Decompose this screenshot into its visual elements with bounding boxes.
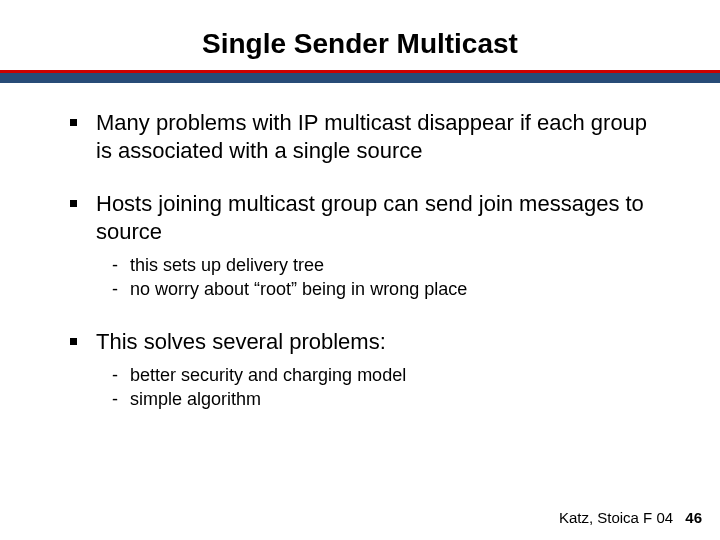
bullet-text: This solves several problems: <box>96 329 386 354</box>
bullet-item: Hosts joining multicast group can send j… <box>60 190 660 302</box>
sub-bullet-list: this sets up delivery tree no worry abou… <box>112 253 660 302</box>
title-bar <box>0 73 720 83</box>
sub-bullet-item: this sets up delivery tree <box>112 253 660 277</box>
bullet-text: Hosts joining multicast group can send j… <box>96 191 644 244</box>
bullet-list: Many problems with IP multicast disappea… <box>60 109 660 412</box>
slide-footer: Katz, Stoica F 04 46 <box>559 509 702 526</box>
sub-bullet-text: no worry about “root” being in wrong pla… <box>130 279 467 299</box>
sub-bullet-text: better security and charging model <box>130 365 406 385</box>
bullet-item: Many problems with IP multicast disappea… <box>60 109 660 164</box>
bullet-item: This solves several problems: better sec… <box>60 328 660 412</box>
bullet-text: Many problems with IP multicast disappea… <box>96 110 647 163</box>
sub-bullet-text: this sets up delivery tree <box>130 255 324 275</box>
page-number: 46 <box>685 509 702 526</box>
slide-content: Many problems with IP multicast disappea… <box>0 83 720 412</box>
sub-bullet-item: better security and charging model <box>112 363 660 387</box>
slide: Single Sender Multicast Many problems wi… <box>0 0 720 540</box>
sub-bullet-item: simple algorithm <box>112 387 660 411</box>
sub-bullet-item: no worry about “root” being in wrong pla… <box>112 277 660 301</box>
sub-bullet-list: better security and charging model simpl… <box>112 363 660 412</box>
slide-title: Single Sender Multicast <box>0 0 720 60</box>
sub-bullet-text: simple algorithm <box>130 389 261 409</box>
footer-credit: Katz, Stoica F 04 <box>559 509 673 526</box>
